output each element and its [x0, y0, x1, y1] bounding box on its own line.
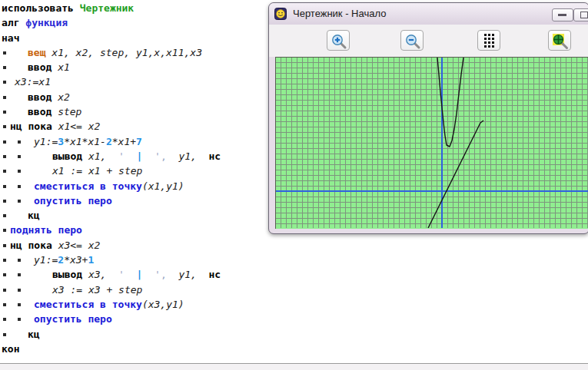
code-line[interactable]: нц пока x1<= x2 — [0, 119, 268, 134]
indent-bullet — [3, 185, 6, 188]
drawing-canvas[interactable] — [275, 57, 588, 229]
maximize-button[interactable] — [573, 8, 588, 21]
code-line[interactable]: y1:=2*x3+1 — [0, 253, 268, 267]
indent-bullet — [18, 200, 21, 203]
code-text: сместиться в точку(x3,y1) — [0, 297, 184, 312]
indent-bullet — [18, 318, 21, 321]
code-text: y1:=3*x1*x1-2*x1+7 — [0, 134, 142, 149]
code-line[interactable]: поднять перо — [0, 223, 268, 237]
indent-bullet — [3, 333, 6, 336]
code-text: вещ x1, x2, step, y1,x,x11,x3 — [0, 45, 202, 60]
indent-bullet — [18, 273, 21, 276]
code-line[interactable]: сместиться в точку(x3,y1) — [0, 297, 268, 312]
code-line[interactable]: ввод x1 — [0, 60, 268, 74]
code-text: опустить перо — [0, 193, 112, 208]
code-line[interactable]: ввод step — [0, 104, 268, 119]
code-text: x3:=x1 — [0, 74, 51, 89]
window-titlebar[interactable]: Чертежник - Начало — [269, 3, 588, 25]
code-text: нц пока x3<= x2 — [0, 238, 100, 253]
indent-bullet — [3, 229, 6, 232]
plot-area — [276, 58, 588, 228]
zoom-out-button[interactable] — [400, 30, 424, 51]
indent-bullet — [3, 51, 6, 55]
code-text: ввод x2 — [0, 90, 70, 104]
indent-bullet — [3, 200, 6, 203]
indent-bullet — [3, 303, 6, 306]
indent-bullet — [3, 155, 6, 158]
indent-bullet — [3, 81, 6, 84]
code-line[interactable]: вывод x1, ' | ', y1, нс — [0, 149, 268, 164]
indent-bullet — [3, 170, 6, 173]
chertezhnik-window[interactable]: Чертежник - Начало — [268, 2, 588, 234]
code-text: нц пока x1<= x2 — [0, 119, 100, 134]
code-text: поднять перо — [0, 223, 82, 237]
minimize-button[interactable] — [552, 8, 573, 21]
indent-bullet — [3, 96, 6, 99]
code-text: x1 := x1 + step — [0, 164, 142, 178]
code-text: вывод x1, ' | ', y1, нс — [0, 149, 221, 164]
code-text: опустить перо — [0, 312, 112, 326]
code-text: ввод step — [0, 104, 81, 119]
code-text: использовать Чертежник — [0, 1, 134, 15]
code-line[interactable]: нач — [0, 31, 268, 45]
indent-bullet — [3, 66, 6, 69]
code-text: кон — [0, 342, 19, 356]
window-title: Чертежник - Начало — [293, 8, 386, 19]
code-line[interactable]: опустить перо — [0, 312, 268, 326]
code-line[interactable]: нц пока x3<= x2 — [0, 238, 268, 253]
code-line[interactable]: x3:=x1 — [0, 74, 268, 89]
zoom-fit-button[interactable] — [548, 30, 571, 51]
code-line[interactable]: сместиться в точку(x1,y1) — [0, 179, 268, 193]
code-line[interactable]: кон — [0, 342, 268, 356]
minimize-icon — [558, 14, 566, 16]
indent-bullet — [3, 273, 6, 276]
indent-bullet — [3, 214, 6, 217]
indent-bullet — [18, 259, 21, 262]
magnifier-plus-icon — [331, 33, 347, 50]
indent-bullet — [18, 303, 21, 306]
indent-bullet — [18, 140, 21, 144]
indent-bullet — [3, 259, 6, 262]
code-text: x3 := x3 + step — [0, 282, 142, 297]
code-line[interactable]: кц — [0, 327, 268, 342]
code-text: сместиться в точку(x1,y1) — [0, 179, 184, 193]
code-line[interactable]: ввод x2 — [0, 90, 268, 104]
toolbar — [269, 25, 588, 57]
indent-bullet — [3, 318, 6, 321]
code-line[interactable]: использовать Чертежник — [0, 1, 268, 15]
code-line[interactable]: вывод x3, ' | ', y1, нс — [0, 267, 268, 282]
indent-bullet — [3, 140, 6, 144]
code-text: нач — [0, 31, 19, 45]
code-text: вывод x3, ' | ', y1, нс — [0, 267, 221, 282]
indent-bullet — [3, 244, 6, 247]
indent-bullet — [3, 125, 6, 128]
code-line[interactable]: опустить перо — [0, 193, 268, 208]
screen: использовать Чертежникалг функцияначвещ … — [0, 0, 588, 370]
smiley-icon — [274, 8, 287, 20]
code-line[interactable]: x1 := x1 + step — [0, 164, 268, 178]
indent-bullet — [18, 155, 21, 158]
code-line[interactable]: y1:=3*x1*x1-2*x1+7 — [0, 134, 268, 149]
indent-bullet — [18, 289, 21, 292]
grid-toggle-button[interactable] — [477, 30, 500, 51]
grid-dots-icon — [481, 33, 498, 50]
code-line[interactable]: алг функция — [0, 15, 268, 30]
indent-bullet — [18, 170, 21, 173]
indent-bullet — [3, 111, 6, 114]
indent-bullet — [18, 185, 21, 188]
indent-bullet — [3, 289, 6, 292]
zoom-in-button[interactable] — [327, 30, 350, 51]
magnifier-minus-icon — [404, 33, 421, 50]
code-text: ввод x1 — [0, 60, 70, 74]
code-text: y1:=2*x3+1 — [0, 253, 94, 267]
magnifier-target-icon — [552, 33, 569, 50]
bottom-separator — [0, 363, 588, 370]
code-text: алг функция — [0, 15, 68, 30]
code-line[interactable]: кц — [0, 208, 268, 223]
maximize-icon — [580, 12, 588, 18]
code-editor[interactable]: использовать Чертежникалг функцияначвещ … — [0, 1, 268, 356]
code-line[interactable]: вещ x1, x2, step, y1,x,x11,x3 — [0, 45, 268, 60]
code-line[interactable]: x3 := x3 + step — [0, 282, 268, 297]
